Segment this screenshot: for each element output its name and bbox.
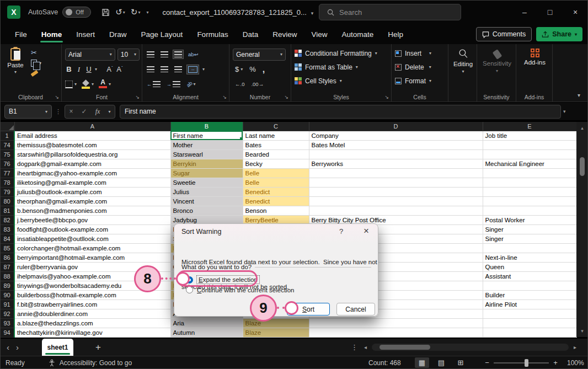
cell-A84[interactable]: insatiableappetite@outllook.com [14, 234, 170, 243]
vertical-scrollbar[interactable]: ▴ ▾ [576, 122, 588, 337]
cell-A76[interactable]: dogpark@gmail-example.com [14, 159, 170, 168]
cell-A1[interactable]: Email address [14, 131, 170, 140]
scroll-left-icon[interactable]: ◂ [364, 344, 367, 350]
cell-E83[interactable]: Singer [483, 224, 576, 234]
cell-C75[interactable]: Bearded [243, 149, 309, 159]
cell-D74[interactable]: Bates Motel [309, 140, 483, 149]
cell-E76[interactable]: Mechanical Engineer [483, 159, 576, 168]
copy-icon[interactable] [31, 60, 37, 67]
row-header-93[interactable]: 93 [0, 318, 14, 328]
cell-D78[interactable] [309, 178, 483, 187]
redo-button[interactable]: ↻▾ [129, 7, 142, 17]
align-middle-button[interactable] [159, 50, 169, 58]
row-header-91[interactable]: 91 [0, 300, 14, 309]
font-size-select[interactable]: 10▾ [117, 49, 140, 61]
tab-page-layout[interactable]: Page Layout [134, 24, 190, 44]
row-header-77[interactable]: 77 [0, 168, 14, 178]
italic-button[interactable]: I [75, 65, 83, 74]
tab-review[interactable]: Review [265, 24, 304, 44]
cell-C79[interactable]: Benedict [243, 187, 309, 196]
next-sheet-icon[interactable]: › [16, 343, 19, 352]
cell-D81[interactable] [309, 206, 483, 215]
orientation-button[interactable]: ab▾ [185, 80, 197, 88]
insert-cells-button[interactable]: Insert ▾ [395, 46, 446, 60]
cut-icon[interactable]: ✂ [31, 49, 41, 57]
styles-dialog-launcher-icon[interactable]: ↘ [384, 94, 389, 100]
row-header-94[interactable]: 94 [0, 328, 14, 337]
scroll-up-icon[interactable]: ▴ [576, 125, 588, 131]
autosave-toggle[interactable]: Off [62, 7, 91, 18]
vertical-scroll-thumb[interactable] [580, 157, 585, 176]
cancel-button[interactable]: Cancel [336, 303, 375, 315]
tab-formulas[interactable]: Formulas [190, 24, 235, 44]
minimize-button[interactable]: – [512, 0, 537, 24]
column-header-C[interactable]: C [243, 122, 309, 131]
cell-A82[interactable]: j.berrybeetle@bbcpo.gov [14, 215, 170, 224]
row-header-1[interactable]: 1 [0, 131, 14, 140]
cell-B81[interactable]: Bronco [170, 206, 243, 215]
accessibility-status[interactable]: Accessibility: Good to go [48, 359, 132, 367]
borders-icon[interactable] [65, 81, 73, 88]
tab-draw[interactable]: Draw [102, 24, 134, 44]
scroll-right-icon[interactable]: ▸ [574, 344, 576, 350]
column-header-B[interactable]: B [170, 122, 243, 131]
cell-E93[interactable] [483, 318, 576, 328]
cell-styles-button[interactable]: Cell Styles ▾ [295, 74, 389, 88]
cell-A77[interactable]: iheartbigmac@yahoo-example.com [14, 168, 170, 178]
cell-E87[interactable]: Queen [483, 262, 576, 271]
cell-E79[interactable] [483, 187, 576, 196]
horizontal-scroll-thumb[interactable] [379, 345, 430, 350]
cell-A94[interactable]: thechattykirin@kirinvillage.gov [14, 328, 170, 337]
tab-automate[interactable]: Automate [334, 24, 381, 44]
cell-E89[interactable] [483, 281, 576, 290]
expand-formula-bar-icon[interactable]: ▾ [563, 109, 566, 114]
row-header-82[interactable]: 82 [0, 215, 14, 224]
dialog-close-icon[interactable]: × [364, 226, 369, 237]
cell-E78[interactable] [483, 178, 576, 187]
zoom-percentage[interactable]: 100% [567, 359, 584, 367]
row-header-80[interactable]: 80 [0, 196, 14, 206]
number-format-select[interactable]: General▾ [233, 49, 286, 61]
format-painter-icon[interactable] [30, 70, 38, 77]
row-header-90[interactable]: 90 [0, 290, 14, 300]
cell-A81[interactable]: b.benson@madmenponies.com [14, 206, 170, 215]
scroll-down-icon[interactable]: ▾ [576, 328, 588, 334]
close-button[interactable]: × [563, 0, 588, 24]
column-header-E[interactable]: E [483, 122, 576, 131]
number-dialog-launcher-icon[interactable]: ↘ [284, 94, 288, 100]
chevron-down-icon[interactable]: ▾ [123, 10, 125, 15]
cell-B78[interactable]: Sweetie [170, 178, 243, 187]
cell-A93[interactable]: a.blaze@thedazzlings.com [14, 318, 170, 328]
align-left-button[interactable] [146, 65, 156, 73]
font-dialog-launcher-icon[interactable]: ↘ [135, 94, 140, 100]
comma-style-icon[interactable]: , [263, 65, 265, 74]
alignment-dialog-launcher-icon[interactable]: ↘ [222, 94, 227, 100]
cell-B80[interactable]: Vincent [170, 196, 243, 206]
chevron-down-icon[interactable]: ▾ [108, 109, 110, 114]
chevron-down-icon[interactable]: ▾ [240, 67, 243, 72]
format-as-table-button[interactable]: Format as Table ▾ [295, 60, 389, 74]
cell-C94[interactable]: Blaze [243, 328, 309, 337]
align-top-button[interactable] [146, 50, 156, 58]
cell-A92[interactable]: annie@doublerdiner.com [14, 309, 170, 318]
cell-C80[interactable]: Benedict [243, 196, 309, 206]
cell-A80[interactable]: theorphan@gmail-example.com [14, 196, 170, 206]
chevron-down-icon[interactable]: ▾ [138, 10, 140, 15]
merge-center-button[interactable]: ↔ [187, 65, 199, 74]
cell-D79[interactable] [309, 187, 483, 196]
radio-unselected-icon[interactable] [186, 286, 193, 293]
cell-D75[interactable] [309, 149, 483, 159]
align-bottom-button[interactable] [173, 50, 183, 58]
maximize-button[interactable]: □ [537, 0, 563, 24]
row-header-81[interactable]: 81 [0, 206, 14, 215]
cell-C1[interactable]: Last name [243, 131, 309, 140]
row-header-87[interactable]: 87 [0, 262, 14, 271]
row-header-85[interactable]: 85 [0, 243, 14, 253]
tab-view[interactable]: View [304, 24, 334, 44]
chevron-down-icon[interactable]: ▾ [575, 32, 577, 37]
chevron-down-icon[interactable]: ▾ [74, 82, 77, 87]
document-title[interactable]: contact_export_1100693728783_121825_0...… [162, 8, 313, 17]
customize-qat-icon[interactable]: ▾ [145, 10, 150, 15]
cell-A75[interactable]: starswhirl@pillarsofoldequestria.org [14, 149, 170, 159]
insert-function-icon[interactable]: fx [95, 108, 100, 116]
